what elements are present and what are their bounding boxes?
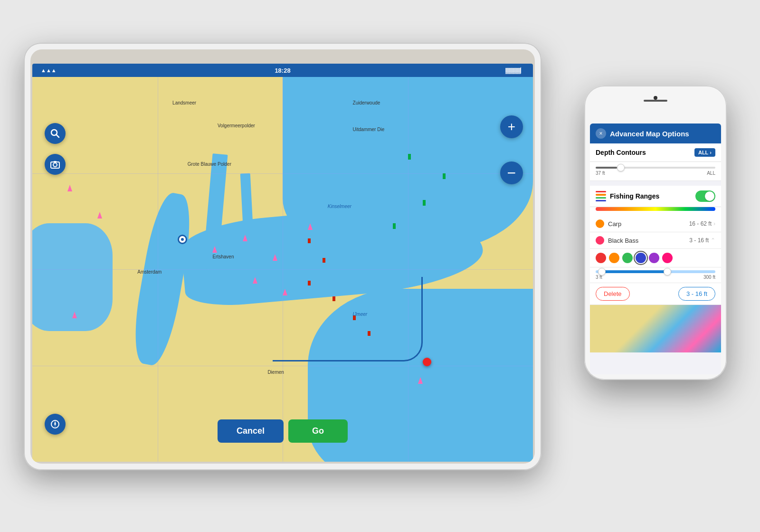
range-thumb-left[interactable]	[598, 268, 606, 276]
black-bass-name: Black Bass	[608, 237, 689, 244]
green-marker-4	[423, 200, 426, 206]
map-label-diemen: Diemen	[267, 370, 284, 375]
carp-range: 16 - 62 ft	[689, 220, 712, 227]
tablet-status-bar: ▲▲▲ 18:28 ▓▓▓▓▏	[32, 64, 533, 77]
battery-icon: ▓▓▓▓▏	[505, 67, 524, 74]
black-bass-chevron: ⌃	[711, 237, 715, 244]
carp-chevron: ›	[713, 220, 715, 227]
map-background: Landsmeer Zuiderwoude Volgermeerpolder G…	[32, 77, 533, 462]
map-label-blauwe: Grote Blauwe Polder	[188, 162, 231, 167]
map-actions: Cancel Go	[218, 419, 348, 443]
tablet-time: 18:28	[275, 67, 290, 74]
fishing-ranges-section: Fishing Ranges Carp 16 - 62 ft › B	[590, 186, 721, 305]
camera-button[interactable]	[45, 154, 66, 175]
depth-contours-section: Depth Contours ALL › 37 ft	[590, 143, 721, 181]
sail-marker-1	[97, 212, 102, 218]
phone-speaker	[644, 100, 667, 102]
range-slider-fill	[602, 270, 668, 273]
map-label-ijmeer: IJmeer	[353, 312, 368, 317]
phone-header: × Advanced Map Options	[590, 124, 721, 143]
phone-camera	[654, 96, 657, 100]
phone-body: Depth Contours ALL › 37 ft	[590, 143, 721, 374]
range-thumb-right[interactable]	[664, 268, 671, 276]
color-swatches-row	[590, 249, 721, 267]
depth-max-label: ALL	[707, 171, 715, 176]
sail-marker-10	[418, 377, 423, 384]
phone-title: Advanced Map Options	[610, 130, 715, 138]
carp-row[interactable]: Carp 16 - 62 ft ›	[590, 216, 721, 232]
phone: × Advanced Map Options Depth Contours AL…	[584, 86, 727, 380]
svg-point-3	[53, 163, 57, 167]
range-slider-track[interactable]	[596, 270, 715, 273]
grid-v-3	[408, 77, 408, 462]
depth-range-labels: 37 ft ALL	[596, 171, 715, 176]
phone-screen: × Advanced Map Options Depth Contours AL…	[590, 124, 721, 374]
carp-name: Carp	[608, 220, 689, 228]
depth-contours-row: Depth Contours ALL ›	[590, 143, 721, 162]
fishing-toggle[interactable]	[695, 190, 715, 202]
sail-marker-4	[273, 254, 277, 261]
go-button[interactable]: Go	[288, 419, 348, 443]
zoom-in-button[interactable]: +	[500, 115, 523, 138]
svg-line-1	[57, 135, 59, 138]
position-marker	[178, 235, 187, 244]
black-bass-icon	[596, 236, 604, 245]
grid-v-2	[283, 77, 283, 462]
scene: ▲▲▲ 18:28 ▓▓▓▓▏	[24, 28, 736, 504]
cancel-button[interactable]: Cancel	[218, 419, 284, 443]
delete-button[interactable]: Delete	[596, 287, 630, 301]
range-slider-area: 3 ft 300 ft	[590, 267, 721, 283]
black-bass-row[interactable]: Black Bass 3 - 16 ft ⌃	[590, 232, 721, 249]
map-label-uitdammer: Uitdammer Die	[353, 127, 385, 132]
swatch-green[interactable]	[622, 253, 633, 263]
map-label-zuiderwoude: Zuiderwoude	[353, 100, 380, 105]
zoom-out-button[interactable]: −	[500, 162, 523, 184]
sail-marker-7	[308, 223, 313, 230]
map-label-amsterdam: Amsterdam	[137, 269, 162, 275]
red-marker-1	[308, 238, 311, 243]
tablet: ▲▲▲ 18:28 ▓▓▓▓▏	[24, 43, 542, 470]
swatch-orange[interactable]	[609, 253, 619, 263]
fishing-ranges-label: Fishing Ranges	[610, 192, 695, 200]
close-button[interactable]: ×	[596, 128, 606, 139]
sail-marker-5	[253, 277, 257, 284]
range-max-label: 300 ft	[703, 275, 715, 280]
map-label-ertshaven: Ertshaven	[212, 254, 234, 259]
black-bass-range: 3 - 16 ft	[689, 237, 709, 244]
green-marker-2	[393, 223, 396, 229]
search-button[interactable]	[45, 123, 66, 144]
swatch-purple[interactable]	[649, 253, 659, 263]
fishing-ranges-icon	[596, 191, 606, 201]
compass-button[interactable]	[45, 414, 66, 435]
depth-all-badge[interactable]: ALL ›	[694, 148, 715, 157]
depth-slider-track[interactable]	[596, 167, 715, 169]
swatch-blue[interactable]	[636, 253, 646, 263]
map-label-kinsel: Kinselmeer	[328, 204, 352, 209]
green-marker-3	[443, 173, 446, 179]
map-label-volger: Volgermeerpolder	[218, 123, 255, 128]
swatch-red[interactable]	[596, 253, 606, 263]
sail-marker-8	[67, 185, 72, 191]
route-line	[273, 277, 423, 361]
fishing-gradient-bar	[596, 207, 715, 211]
sail-marker-9	[72, 312, 77, 318]
sail-marker-2	[212, 246, 217, 253]
map-label-landsmeer: Landsmeer	[172, 100, 196, 105]
actions-row: Delete 3 - 16 ft	[590, 283, 721, 305]
depth-min-label: 37 ft	[596, 171, 605, 176]
depth-slider-fill	[596, 167, 617, 169]
phone-map-thumbnail	[590, 305, 721, 352]
green-marker-1	[408, 154, 411, 160]
depth-slider-area: 37 ft ALL	[590, 162, 721, 181]
svg-rect-4	[54, 161, 57, 162]
range-labels: 3 ft 300 ft	[596, 275, 715, 280]
red-marker-2	[323, 258, 325, 263]
carp-icon	[596, 219, 604, 228]
sail-marker-3	[243, 235, 247, 241]
wifi-icon: ▲▲▲	[41, 67, 57, 73]
range-badge: 3 - 16 ft	[678, 287, 715, 301]
depth-contours-label: Depth Contours	[596, 149, 694, 156]
swatch-pink[interactable]	[662, 253, 673, 263]
fishing-ranges-row: Fishing Ranges	[590, 186, 721, 207]
